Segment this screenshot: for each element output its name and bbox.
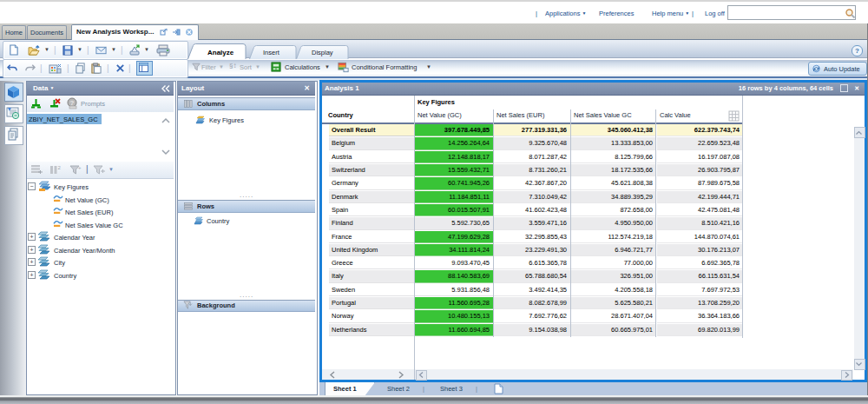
svg-text:?: ? xyxy=(70,99,75,107)
svg-text:+: + xyxy=(78,165,82,170)
svg-text:2: 2 xyxy=(58,165,62,170)
